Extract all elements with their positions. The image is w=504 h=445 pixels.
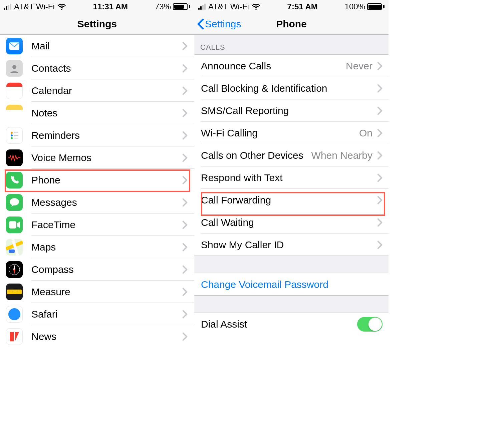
row-label: Respond with Text [201, 172, 377, 183]
carrier-label: AT&T Wi-Fi [14, 2, 55, 11]
section-gap [194, 296, 389, 313]
settings-screen: AT&T Wi-Fi 11:31 AM 73% Settings Mail Co… [0, 0, 194, 445]
row-maps[interactable]: Maps [0, 236, 194, 258]
row-label: Call Blocking & Identification [201, 83, 377, 94]
row-reminders[interactable]: Reminders [0, 124, 194, 146]
row-label: Change Voicemail Password [201, 279, 389, 290]
battery-icon [173, 3, 190, 10]
chevron-right-icon [182, 176, 188, 184]
row-value: When Nearby [311, 150, 372, 161]
row-measure[interactable]: Measure [0, 281, 194, 303]
wifi-icon [57, 2, 66, 11]
svg-rect-13 [7, 290, 22, 294]
carrier-label: AT&T Wi-Fi [208, 2, 249, 11]
row-voice-memos[interactable]: Voice Memos [0, 146, 194, 169]
compass-icon [6, 261, 23, 278]
row-label: Voice Memos [31, 152, 182, 163]
reminders-icon [6, 127, 23, 144]
row-label: Maps [31, 242, 182, 253]
chevron-right-icon [377, 173, 383, 182]
row-wifi-calling[interactable]: Wi-Fi Calling On [194, 122, 389, 144]
dial-assist-toggle[interactable] [357, 317, 383, 332]
chevron-right-icon [182, 332, 188, 341]
svg-point-4 [11, 137, 13, 139]
nav-header: Settings Phone [194, 13, 389, 35]
svg-point-3 [11, 134, 13, 136]
safari-icon [6, 306, 23, 323]
row-value: On [359, 127, 372, 139]
row-label: Announce Calls [201, 60, 346, 72]
row-change-voicemail-password[interactable]: Change Voicemail Password [194, 273, 389, 296]
row-label: Messages [31, 197, 182, 208]
row-call-waiting[interactable]: Call Waiting [194, 211, 389, 234]
row-calendar[interactable]: Calendar [0, 79, 194, 102]
row-phone[interactable]: Phone [0, 169, 194, 191]
battery-percent: 100% [345, 2, 365, 11]
row-compass[interactable]: Compass [0, 258, 194, 281]
row-facetime[interactable]: FaceTime [0, 213, 194, 236]
maps-icon [6, 239, 23, 256]
phone-icon [6, 172, 23, 188]
row-news[interactable]: News [0, 325, 194, 348]
signal-icon [198, 4, 206, 10]
facetime-icon [6, 216, 23, 233]
row-calls-other-devices[interactable]: Calls on Other Devices When Nearby [194, 144, 389, 166]
row-label: Call Forwarding [201, 194, 377, 206]
row-mail[interactable]: Mail [0, 35, 194, 57]
status-bar: AT&T Wi-Fi 7:51 AM 100% [194, 0, 389, 13]
calendar-icon [6, 82, 23, 99]
row-dial-assist[interactable]: Dial Assist [194, 313, 389, 335]
row-call-blocking[interactable]: Call Blocking & Identification [194, 77, 389, 99]
back-button[interactable]: Settings [197, 13, 241, 34]
chevron-right-icon [377, 218, 383, 227]
chevron-right-icon [182, 198, 188, 207]
signal-icon [4, 4, 11, 10]
row-label: Wi-Fi Calling [201, 127, 359, 139]
clock-label: 11:31 AM [93, 2, 128, 11]
row-messages[interactable]: Messages [0, 191, 194, 213]
chevron-right-icon [377, 84, 383, 93]
chevron-right-icon [182, 42, 188, 50]
row-label: News [31, 331, 182, 342]
row-label: Safari [31, 309, 182, 320]
row-label: Calendar [31, 85, 182, 96]
chevron-right-icon [182, 131, 188, 140]
chevron-right-icon [182, 109, 188, 117]
chevron-right-icon [377, 151, 383, 160]
status-bar: AT&T Wi-Fi 11:31 AM 73% [0, 0, 194, 13]
svg-rect-9 [9, 221, 16, 229]
chevron-right-icon [182, 243, 188, 252]
chevron-right-icon [182, 265, 188, 274]
settings-list[interactable]: Mail Contacts Calendar Notes Reminders [0, 35, 194, 348]
row-safari[interactable]: Safari [0, 303, 194, 325]
chevron-right-icon [182, 153, 188, 162]
clock-label: 7:51 AM [287, 2, 318, 11]
svg-point-1 [12, 65, 16, 69]
phone-settings-screen: AT&T Wi-Fi 7:51 AM 100% Settings Phone C… [194, 0, 389, 445]
row-value: Never [346, 60, 372, 72]
row-label: Reminders [31, 130, 182, 141]
row-label: Notes [31, 107, 182, 119]
row-sms-reporting[interactable]: SMS/Call Reporting [194, 99, 389, 122]
row-label: Mail [31, 40, 182, 52]
page-title: Phone [276, 18, 307, 30]
row-call-forwarding[interactable]: Call Forwarding [194, 189, 389, 211]
row-label: FaceTime [31, 219, 182, 231]
row-respond-with-text[interactable]: Respond with Text [194, 166, 389, 189]
svg-point-2 [11, 132, 13, 134]
row-show-caller-id[interactable]: Show My Caller ID [194, 234, 389, 256]
notes-icon [6, 105, 23, 121]
chevron-right-icon [377, 62, 383, 70]
row-label: Dial Assist [201, 319, 357, 330]
mail-icon [6, 38, 23, 54]
section-gap [194, 256, 389, 273]
chevron-right-icon [182, 64, 188, 73]
row-label: Measure [31, 286, 182, 298]
section-calls-header: CALLS [194, 35, 389, 55]
row-contacts[interactable]: Contacts [0, 57, 194, 79]
row-notes[interactable]: Notes [0, 102, 194, 124]
chevron-right-icon [182, 310, 188, 319]
chevron-right-icon [377, 106, 383, 115]
chevron-right-icon [377, 196, 383, 204]
row-announce-calls[interactable]: Announce Calls Never [194, 55, 389, 77]
